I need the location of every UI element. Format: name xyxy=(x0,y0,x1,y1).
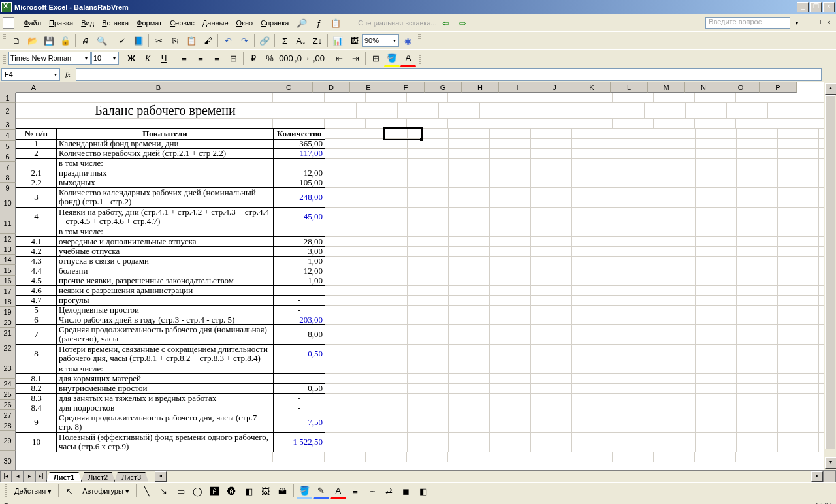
cell[interactable] xyxy=(325,227,366,237)
cell[interactable] xyxy=(490,276,531,286)
scroll-right-icon[interactable]: ▸ xyxy=(811,471,823,482)
cell[interactable] xyxy=(408,266,449,276)
picture-icon[interactable]: 🏔 xyxy=(275,483,291,499)
cell[interactable] xyxy=(572,138,613,149)
column-headers[interactable]: ABCDEFGHIJKLMNOP xyxy=(16,82,824,93)
cell[interactable]: Число рабочих дней в году (стр.3 - стр.4… xyxy=(57,315,274,325)
cell[interactable] xyxy=(613,383,654,394)
cell[interactable] xyxy=(571,118,613,129)
cell[interactable] xyxy=(490,383,531,394)
cell[interactable] xyxy=(531,138,572,149)
function-icon[interactable]: ƒ xyxy=(311,15,327,31)
cell[interactable] xyxy=(654,187,696,208)
cell[interactable] xyxy=(325,305,366,315)
3d-icon[interactable]: ◧ xyxy=(415,483,431,499)
sheet-tab[interactable]: Лист1 xyxy=(46,472,82,482)
cell[interactable]: - xyxy=(274,285,325,296)
oval-icon[interactable]: ◯ xyxy=(190,483,206,499)
cell[interactable] xyxy=(613,236,654,247)
cell[interactable]: Потери времени, связанные с сокращением … xyxy=(57,344,274,364)
cell[interactable] xyxy=(490,324,531,345)
cell[interactable] xyxy=(366,383,408,394)
cell[interactable] xyxy=(449,393,490,403)
cell[interactable] xyxy=(613,266,654,276)
cell[interactable] xyxy=(778,207,819,227)
cell[interactable] xyxy=(613,138,654,149)
tab-next-icon[interactable]: ▸ xyxy=(24,471,35,482)
cell[interactable] xyxy=(449,315,490,325)
cell[interactable] xyxy=(490,256,531,266)
scroll-thumb[interactable] xyxy=(825,95,835,449)
cell[interactable] xyxy=(696,393,737,403)
sort-desc-icon[interactable]: Z↓ xyxy=(310,33,325,48)
cell[interactable] xyxy=(654,403,696,413)
cell[interactable] xyxy=(736,93,777,103)
font-color-icon[interactable]: A xyxy=(400,50,416,67)
cell[interactable] xyxy=(777,93,818,103)
cell[interactable]: 2 xyxy=(16,148,57,159)
cell[interactable]: 12,00 xyxy=(274,266,325,276)
diagram-icon[interactable]: ◧ xyxy=(241,483,257,499)
cell[interactable] xyxy=(654,227,696,237)
cell[interactable] xyxy=(16,158,57,168)
cell[interactable] xyxy=(777,452,818,462)
cell[interactable]: 12,00 xyxy=(274,168,325,178)
cell[interactable]: - xyxy=(274,295,325,306)
cell[interactable] xyxy=(449,344,490,364)
pointer-icon[interactable]: ↖ xyxy=(61,483,77,499)
cell[interactable] xyxy=(407,93,448,103)
col-header-J[interactable]: J xyxy=(536,82,573,93)
cell[interactable] xyxy=(531,187,572,208)
cell[interactable] xyxy=(737,315,778,325)
cell[interactable]: 8.3 xyxy=(16,393,57,403)
col-header-H[interactable]: H xyxy=(462,82,499,93)
menu-Правка[interactable]: Правка xyxy=(45,18,77,28)
cell[interactable] xyxy=(778,256,819,266)
col-header-M[interactable]: M xyxy=(648,82,685,93)
cell[interactable] xyxy=(778,138,819,149)
cell[interactable] xyxy=(366,373,408,384)
cell[interactable] xyxy=(737,236,778,247)
cell[interactable] xyxy=(778,315,819,325)
cell[interactable] xyxy=(449,432,490,452)
restore-button[interactable]: ❐ xyxy=(810,2,822,12)
cell[interactable] xyxy=(449,227,490,237)
cell[interactable]: прочие неявки, разрешенные законодательс… xyxy=(57,276,274,286)
cell[interactable]: для занятых на тяжелых и вредных работах xyxy=(57,393,274,403)
row-header[interactable]: 24 xyxy=(0,379,16,389)
cell[interactable] xyxy=(737,383,778,394)
mdi-close-button[interactable]: × xyxy=(824,19,833,27)
cell[interactable] xyxy=(737,413,778,433)
cell[interactable] xyxy=(654,148,696,159)
cell[interactable] xyxy=(737,138,778,149)
cell[interactable]: отпуска в связи с родами xyxy=(57,256,274,266)
cell[interactable] xyxy=(695,452,736,462)
cell[interactable] xyxy=(696,383,737,394)
arrow-icon[interactable]: ↘ xyxy=(156,483,172,499)
cell[interactable] xyxy=(737,148,778,159)
cell[interactable] xyxy=(778,168,819,178)
redo-icon[interactable]: ↷ xyxy=(236,33,252,48)
cell[interactable] xyxy=(448,118,489,129)
cell[interactable] xyxy=(490,305,531,315)
cell[interactable] xyxy=(613,324,654,345)
cut-icon[interactable]: ✂ xyxy=(151,33,167,48)
cell[interactable] xyxy=(654,295,696,306)
cell[interactable] xyxy=(490,403,531,413)
preview-icon[interactable]: 🔍 xyxy=(94,33,110,48)
cell[interactable] xyxy=(572,207,613,227)
vertical-scrollbar[interactable]: ▴ ▾ xyxy=(824,82,836,470)
cell[interactable] xyxy=(449,128,490,139)
cell[interactable] xyxy=(408,138,449,149)
cell[interactable] xyxy=(366,236,408,247)
cell[interactable] xyxy=(613,148,654,159)
cell[interactable]: 2.1 xyxy=(16,168,57,178)
cell[interactable] xyxy=(531,413,572,433)
cell[interactable] xyxy=(366,315,408,325)
scroll-left-icon[interactable]: ◂ xyxy=(155,471,167,482)
cell[interactable] xyxy=(325,344,366,364)
cell[interactable] xyxy=(613,168,654,178)
row-header[interactable]: 23 xyxy=(0,358,16,379)
cell[interactable] xyxy=(531,227,572,237)
cell[interactable] xyxy=(531,305,572,315)
